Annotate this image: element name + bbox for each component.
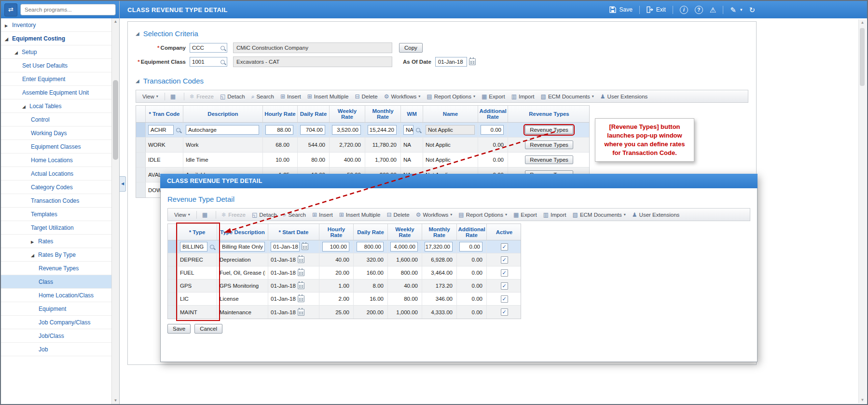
sidebar-item[interactable]: Enter Equipment bbox=[1, 72, 111, 86]
toolbar-item[interactable]: ▤ Report Options ▾ bbox=[427, 94, 475, 99]
toolbar-item[interactable]: ❄ Freeze ▾ bbox=[216, 211, 246, 219]
cell-hourly-rate[interactable]: 10.00 10.00 bbox=[263, 153, 298, 167]
section-collapse-icon[interactable]: ◢ bbox=[136, 78, 139, 84]
toolbar-item[interactable]: View ▾ bbox=[140, 94, 158, 99]
toolbar-item[interactable]: ◱ Detach ▾ bbox=[220, 94, 245, 99]
cell-additional-rate[interactable]: 0.00 0.00 bbox=[478, 138, 508, 152]
toolbar-item[interactable]: ▥ Import ▾ bbox=[543, 212, 566, 218]
toolbar-item[interactable]: ⚙ Workflows ▾ bbox=[384, 94, 421, 99]
cell-daily-rate[interactable]: 800.00 800.00 bbox=[354, 240, 388, 253]
revenue-types-button[interactable]: Revenue Types bbox=[525, 155, 573, 164]
sidebar-item[interactable]: Working Days bbox=[1, 126, 111, 140]
header-cell-wm[interactable]: WM bbox=[401, 106, 423, 122]
cell-daily-rate[interactable]: 8.00 8.00 bbox=[354, 279, 388, 292]
cell-daily-rate[interactable]: 160.00 160.00 bbox=[354, 266, 388, 279]
copy-button[interactable]: Copy bbox=[399, 43, 423, 53]
header-cell-tran-code[interactable]: * Tran Code bbox=[146, 106, 183, 122]
table-row[interactable]: DEPREC DEPREC Depreciation Depreciation … bbox=[168, 253, 521, 266]
search-icon[interactable] bbox=[210, 245, 214, 249]
header-cell-daily-rate[interactable]: Daily Rate bbox=[354, 224, 388, 240]
tree-expand-icon[interactable] bbox=[31, 251, 36, 258]
header-cell-monthly-rate[interactable]: Monthly Rate bbox=[422, 224, 457, 240]
cell-monthly-rate[interactable]: 4,333.00 4,333.00 bbox=[422, 306, 457, 319]
search-input[interactable] bbox=[20, 4, 116, 15]
sidebar-item[interactable]: Target Utilization bbox=[1, 221, 111, 235]
header-cell-description[interactable]: Description bbox=[183, 106, 263, 122]
sidebar-item[interactable]: Set User Defaults bbox=[1, 59, 111, 72]
row-selector[interactable] bbox=[168, 266, 178, 279]
calendar-icon[interactable] bbox=[298, 282, 304, 289]
header-cell-active[interactable]: Active bbox=[487, 224, 522, 240]
sidebar-item[interactable]: Setup bbox=[1, 45, 111, 59]
cell-weekly-rate[interactable]: 4,000.00 4,000.00 bbox=[388, 240, 422, 253]
toolbar-item[interactable]: ▤ Report Options ▾ bbox=[458, 212, 507, 218]
cell-start-date[interactable]: 01-Jan-18 01-Jan-18 bbox=[268, 240, 319, 253]
toolbar-item[interactable]: ⊞ Insert Multiple ▾ bbox=[339, 212, 381, 218]
cell-monthly-rate[interactable]: 6,928.00 6,928.00 bbox=[422, 253, 457, 266]
selection-criteria-header[interactable]: ◢ Selection Criteria bbox=[136, 29, 748, 38]
table-row[interactable]: IDLE IDLE Idle Time Idle Time 10.00 10.0… bbox=[136, 153, 589, 168]
save-button[interactable]: Save bbox=[609, 6, 632, 13]
cell-wm[interactable]: NA NA bbox=[401, 138, 423, 152]
toolbar-item[interactable]: ⊞ Insert Multiple ▾ bbox=[307, 94, 349, 99]
cell-hourly-rate[interactable]: 88.00 88.00 bbox=[263, 123, 298, 137]
as-of-date-field[interactable]: 01-Jan-18 bbox=[435, 57, 467, 67]
cell-additional-rate[interactable]: 0.00 0.00 bbox=[478, 153, 508, 167]
cell-daily-rate[interactable]: 16.00 16.00 bbox=[354, 293, 388, 305]
scroll-up-icon[interactable]: ▲ bbox=[859, 19, 866, 26]
cell-hourly-rate[interactable]: 40.00 40.00 bbox=[319, 253, 354, 266]
header-cell-type[interactable]: * Type bbox=[178, 224, 217, 240]
toolbar-item[interactable]: ▦ ▾ bbox=[196, 211, 209, 219]
cell-monthly-rate[interactable]: 17,320.00 17,320.00 bbox=[422, 240, 457, 253]
cell-weekly-rate[interactable]: 40.00 40.00 bbox=[388, 279, 422, 292]
cell-additional-rate[interactable]: 0.00 0.00 bbox=[457, 266, 487, 279]
cell-type-description[interactable]: Depreciation Depreciation bbox=[217, 253, 268, 266]
content-scrollbar[interactable]: ▲ ▼ bbox=[858, 19, 866, 403]
row-selector[interactable] bbox=[136, 153, 146, 167]
active-checkbox[interactable] bbox=[501, 256, 508, 264]
cell-weekly-rate[interactable]: 3,520.00 3,520.00 bbox=[330, 123, 365, 137]
toolbar-item[interactable]: ❄ Freeze ▾ bbox=[184, 93, 214, 100]
sidebar-item[interactable]: Home Locations bbox=[1, 154, 111, 167]
cell-start-date[interactable]: 01-Jan-18 01-Jan-18 bbox=[268, 253, 319, 266]
cell-monthly-rate[interactable]: 11,780.20 11,780.20 bbox=[365, 138, 401, 152]
toolbar-item[interactable]: ♟ User Extensions ▾ bbox=[632, 212, 680, 218]
company-code-field[interactable]: CCC bbox=[190, 43, 227, 53]
sidebar-item[interactable]: Home Location/Class bbox=[1, 289, 111, 302]
transaction-codes-header[interactable]: ◢ Transaction Codes bbox=[136, 77, 748, 85]
cell-additional-rate[interactable]: 0.00 0.00 bbox=[457, 293, 487, 305]
toolbar-item[interactable]: ▧ ECM Documents ▾ bbox=[541, 94, 594, 99]
calendar-icon[interactable] bbox=[298, 269, 304, 276]
table-row[interactable]: ACHR ACHR Autocharge Autocharge 88.00 88… bbox=[136, 123, 589, 138]
cell-daily-rate[interactable]: 544.00 544.00 bbox=[298, 138, 330, 152]
cell-daily-rate[interactable]: 200.00 200.00 bbox=[354, 306, 388, 319]
sidebar-item[interactable]: Local Tables bbox=[1, 99, 111, 113]
cell-description[interactable]: Autocharge Autocharge bbox=[183, 123, 263, 137]
cell-additional-rate[interactable]: 0.00 0.00 bbox=[478, 123, 508, 137]
cell-weekly-rate[interactable]: 1,000.00 1,000.00 bbox=[388, 306, 422, 319]
help-icon[interactable]: ? bbox=[695, 6, 703, 14]
sidebar-item[interactable]: Job bbox=[1, 343, 111, 356]
toolbar-item[interactable]: ▧ ECM Documents ▾ bbox=[573, 212, 626, 218]
refresh-icon[interactable]: ↻ bbox=[749, 6, 755, 14]
cell-daily-rate[interactable]: 320.00 320.00 bbox=[354, 253, 388, 266]
cell-type-description[interactable]: Billing Rate Only Billing Rate Only bbox=[217, 240, 268, 253]
sidebar-item[interactable]: Rates bbox=[1, 235, 111, 248]
table-row[interactable]: BILLING BILLING Billing Rate Only Billin… bbox=[168, 240, 521, 253]
cell-start-date[interactable]: 01-Jan-18 01-Jan-18 bbox=[268, 266, 319, 279]
info-icon[interactable]: i bbox=[680, 6, 688, 14]
toolbar-item[interactable]: ⊟ Delete ▾ bbox=[355, 94, 377, 99]
cell-additional-rate[interactable]: 0.00 0.00 bbox=[457, 279, 487, 292]
calendar-icon[interactable] bbox=[302, 243, 308, 250]
tree-expand-icon[interactable] bbox=[31, 238, 36, 245]
calendar-icon[interactable] bbox=[298, 309, 304, 316]
scroll-up-icon[interactable]: ▲ bbox=[112, 18, 119, 25]
row-selector[interactable] bbox=[168, 240, 178, 253]
cell-type[interactable]: BILLING BILLING bbox=[178, 240, 217, 253]
cell-hourly-rate[interactable]: 25.00 25.00 bbox=[319, 306, 354, 319]
sidebar-item[interactable]: Equipment Costing bbox=[1, 32, 111, 45]
header-cell-daily-rate[interactable]: Daily Rate bbox=[298, 106, 330, 122]
row-selector[interactable] bbox=[136, 123, 146, 137]
cell-weekly-rate[interactable]: 800.00 800.00 bbox=[388, 266, 422, 279]
tree-expand-icon[interactable] bbox=[22, 103, 28, 110]
